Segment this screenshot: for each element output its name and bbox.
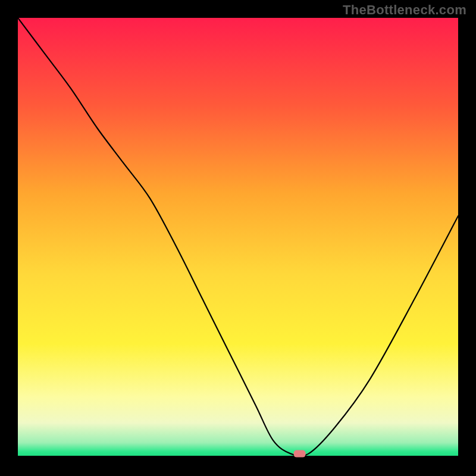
- watermark-text: TheBottleneck.com: [343, 2, 466, 18]
- plot-area: [18, 18, 458, 458]
- chart-frame: TheBottleneck.com: [0, 0, 476, 476]
- x-axis-baseline: [18, 456, 458, 458]
- gradient-background: [18, 18, 458, 458]
- optimal-point-marker: [294, 450, 306, 458]
- bottleneck-chart: [18, 18, 458, 458]
